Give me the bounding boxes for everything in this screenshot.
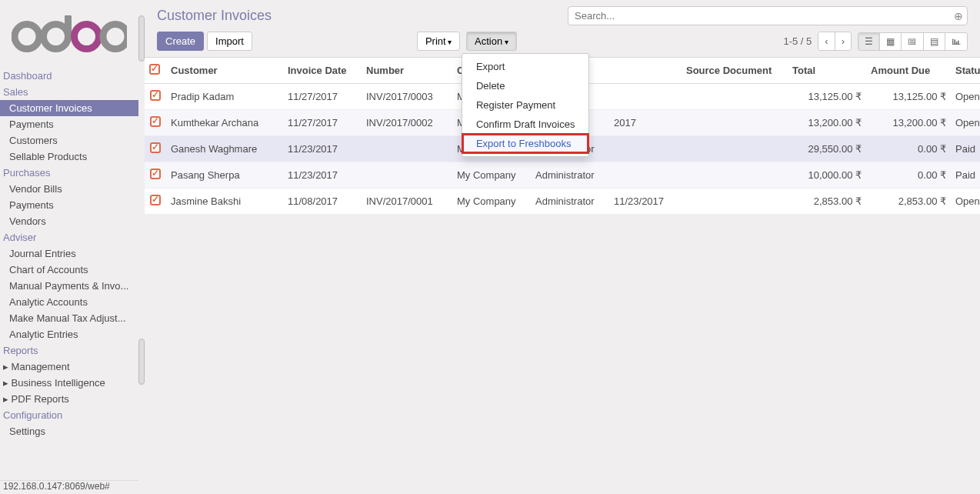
nav-item[interactable]: Analytic Entries — [0, 326, 138, 342]
pager-text[interactable]: 1-5 / 5 — [783, 35, 812, 47]
cell-amount-due: 0.00 ₹ — [866, 136, 951, 162]
search-input[interactable] — [568, 6, 968, 25]
control-panel: Customer Invoices ⊕ Create Import Print … — [145, 0, 980, 58]
col-status[interactable]: Status — [951, 58, 980, 84]
select-all[interactable] — [145, 58, 166, 84]
cell-invoice-date: 11/27/2017 — [283, 84, 362, 110]
nav-item[interactable]: Vendor Bills — [0, 181, 138, 197]
action-menu-item[interactable]: Export to Freshbooks — [462, 134, 589, 153]
sidebar: DashboardSalesCustomer InvoicesPaymentsC… — [0, 0, 138, 481]
view-pivot-icon[interactable]: ▤ — [924, 33, 945, 50]
nav-item[interactable]: Settings — [0, 423, 138, 439]
cell-number: INV/2017/0002 — [362, 110, 452, 136]
svg-point-4 — [103, 25, 127, 49]
create-button[interactable]: Create — [157, 32, 204, 51]
cell-total: 2,853.00 ₹ — [788, 189, 866, 215]
svg-point-3 — [75, 25, 99, 49]
nav-header[interactable]: Sales — [0, 84, 138, 100]
row-checkbox[interactable] — [145, 84, 166, 110]
view-kanban-icon[interactable]: ▦ — [880, 33, 902, 50]
pager-prev[interactable]: ‹ — [818, 32, 835, 50]
nav-item[interactable]: Manual Payments & Invo... — [0, 278, 138, 294]
nav-item[interactable]: Customer Invoices — [0, 100, 138, 116]
nav-item[interactable]: ▸ Business Intelligence — [0, 375, 138, 391]
nav-item[interactable]: Payments — [0, 197, 138, 213]
view-calendar-icon[interactable]: 📅︎ — [902, 33, 924, 50]
pager-next[interactable]: › — [835, 32, 851, 50]
logo[interactable] — [0, 0, 138, 68]
action-menu-item[interactable]: Confirm Draft Invoices — [462, 115, 589, 134]
search-icon[interactable]: ⊕ — [954, 10, 963, 22]
cell-status: Open — [951, 84, 980, 110]
nav-item[interactable]: Sellable Products — [0, 149, 138, 165]
resize-handle[interactable] — [138, 15, 145, 62]
nav-header[interactable]: Configuration — [0, 407, 138, 423]
col-source[interactable]: Source Document — [682, 58, 788, 84]
cell-company: My Company — [452, 162, 531, 189]
nav-header[interactable]: Adviser — [0, 229, 138, 245]
action-menu-item[interactable]: Delete — [462, 76, 589, 95]
nav-item[interactable]: Chart of Accounts — [0, 262, 138, 278]
cell-due-date: 11/23/2017 — [609, 189, 682, 215]
sidebar-nav: DashboardSalesCustomer InvoicesPaymentsC… — [0, 68, 138, 439]
cell-salesperson: Administrator — [531, 189, 609, 215]
cell-amount-due: 13,200.00 ₹ — [866, 110, 951, 136]
cell-customer: Ganesh Waghmare — [166, 136, 283, 162]
toolbar-center: Print Action ExportDeleteRegister Paymen… — [417, 32, 520, 51]
cell-due-date: 2017 — [609, 110, 682, 136]
row-checkbox[interactable] — [145, 189, 166, 215]
nav-header[interactable]: Dashboard — [0, 68, 138, 84]
col-number[interactable]: Number — [362, 58, 452, 84]
action-button[interactable]: Action — [466, 32, 517, 51]
cell-total: 29,550.00 ₹ — [788, 136, 866, 162]
cell-invoice-date: 11/23/2017 — [283, 136, 362, 162]
cell-source — [682, 84, 788, 110]
cell-customer: Pradip Kadam — [166, 84, 283, 110]
view-graph-icon[interactable]: 📊︎ — [945, 33, 967, 50]
import-button[interactable]: Import — [207, 32, 252, 51]
nav-header[interactable]: Purchases — [0, 165, 138, 181]
resize-handle[interactable] — [138, 339, 145, 385]
cell-source — [682, 162, 788, 189]
table-row[interactable]: Jasmine Bakshi 11/08/2017 INV/2017/0001 … — [145, 189, 980, 215]
col-amount-due[interactable]: Amount Due — [866, 58, 951, 84]
nav-item[interactable]: Journal Entries — [0, 245, 138, 262]
col-invoice-date[interactable]: Invoice Date — [283, 58, 362, 84]
table-row[interactable]: Pasang Sherpa 11/23/2017 My Company Admi… — [145, 162, 980, 189]
col-due-date[interactable] — [609, 58, 682, 84]
cell-total: 10,000.00 ₹ — [788, 162, 866, 189]
col-customer[interactable]: Customer — [166, 58, 283, 84]
cell-customer: Pasang Sherpa — [166, 162, 283, 189]
pager-buttons: ‹ › — [818, 32, 852, 51]
nav-item[interactable]: Make Manual Tax Adjust... — [0, 310, 138, 326]
action-menu-item[interactable]: Export — [462, 57, 589, 76]
nav-item[interactable]: Analytic Accounts — [0, 294, 138, 310]
row-checkbox[interactable] — [145, 110, 166, 136]
view-list-icon[interactable]: ☰ — [858, 33, 880, 50]
print-button[interactable]: Print — [417, 32, 461, 51]
cell-status: Open — [951, 110, 980, 136]
action-dropdown: ExportDeleteRegister PaymentConfirm Draf… — [462, 53, 590, 157]
nav-header[interactable]: Reports — [0, 342, 138, 359]
cell-source — [682, 110, 788, 136]
action-menu-item[interactable]: Register Payment — [462, 95, 589, 115]
view-switcher: ☰ ▦ 📅︎ ▤ 📊︎ — [858, 32, 968, 51]
cell-source — [682, 189, 788, 215]
nav-item[interactable]: Vendors — [0, 213, 138, 229]
cell-amount-due: 13,125.00 ₹ — [866, 84, 951, 110]
nav-item[interactable]: Customers — [0, 132, 138, 149]
cell-amount-due: 0.00 ₹ — [866, 162, 951, 189]
nav-item[interactable]: Payments — [0, 116, 138, 132]
row-checkbox[interactable] — [145, 162, 166, 189]
col-total[interactable]: Total — [788, 58, 866, 84]
nav-item[interactable]: ▸ PDF Reports — [0, 391, 138, 407]
cell-customer: Jasmine Bakshi — [166, 189, 283, 215]
main-area: Customer Invoices ⊕ Create Import Print … — [145, 0, 980, 494]
nav-item[interactable]: ▸ Management — [0, 359, 138, 375]
svg-point-1 — [44, 25, 68, 49]
cell-number — [362, 162, 452, 189]
cell-salesperson: Administrator — [531, 162, 609, 189]
row-checkbox[interactable] — [145, 136, 166, 162]
svg-point-0 — [15, 25, 39, 49]
cell-invoice-date: 11/08/2017 — [283, 189, 362, 215]
